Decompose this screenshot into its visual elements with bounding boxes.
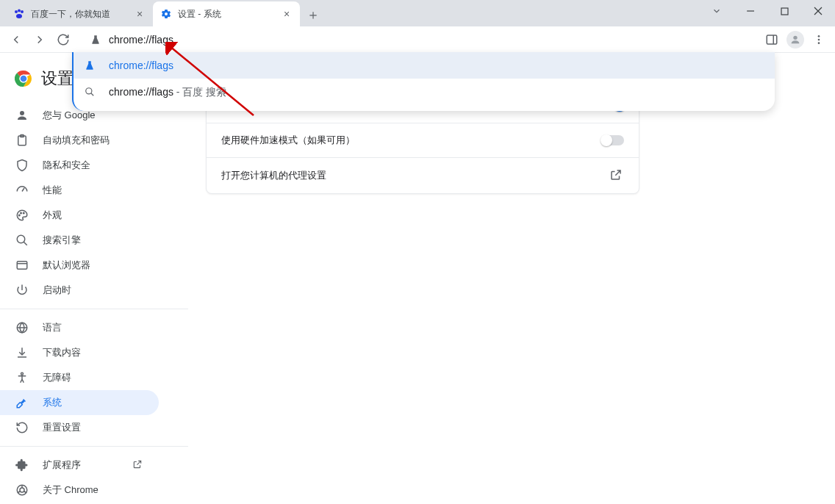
svg-line-15 bbox=[91, 93, 94, 96]
nav-label: 默认浏览器 bbox=[43, 259, 90, 272]
nav-accessibility[interactable]: 无障碍 bbox=[0, 365, 159, 390]
svg-point-25 bbox=[19, 215, 21, 216]
nav-label: 重置设置 bbox=[43, 421, 81, 434]
toggle-hardware-accel[interactable] bbox=[602, 135, 624, 145]
settings-main: 系统 关闭 Google Chrome 后继续运行后台应用 使用硬件加速模式（如… bbox=[188, 53, 835, 504]
wrench-icon bbox=[15, 395, 29, 410]
svg-point-1 bbox=[18, 10, 21, 12]
clipboard-icon bbox=[15, 133, 29, 148]
profile-button[interactable] bbox=[785, 29, 806, 50]
window-controls bbox=[700, 0, 835, 22]
divider bbox=[0, 446, 188, 447]
nav-label: 搜索引擎 bbox=[43, 234, 81, 247]
svg-point-0 bbox=[15, 10, 18, 13]
browser-icon bbox=[15, 258, 29, 273]
nav-label: 隐私和安全 bbox=[43, 159, 90, 172]
nav-label: 关于 Chrome bbox=[43, 483, 98, 497]
svg-point-2 bbox=[21, 10, 24, 13]
speedometer-icon bbox=[15, 183, 29, 198]
settings-title: 设置 bbox=[41, 68, 74, 90]
tab-baidu[interactable]: 百度一下，你就知道 × bbox=[6, 1, 153, 26]
row-label: 打开您计算机的代理设置 bbox=[221, 169, 326, 182]
svg-line-29 bbox=[24, 242, 27, 245]
suggestion-search[interactable]: chrome://flags - 百度 搜索 bbox=[74, 79, 775, 105]
svg-point-28 bbox=[17, 235, 25, 243]
svg-point-20 bbox=[21, 76, 27, 82]
nav-label: 语言 bbox=[43, 321, 62, 334]
nav-list: 您与 Google 自动填充和密码 隐私和安全 性能 外观 搜索引擎 默认浏览器… bbox=[0, 103, 188, 504]
menu-button[interactable] bbox=[809, 29, 829, 50]
flask-icon bbox=[84, 60, 96, 71]
nav-autofill[interactable]: 自动填充和密码 bbox=[0, 128, 159, 153]
svg-point-13 bbox=[818, 42, 820, 44]
nav-on-startup[interactable]: 启动时 bbox=[0, 278, 159, 303]
nav-label: 自动填充和密码 bbox=[43, 134, 110, 147]
nav-label: 系统 bbox=[43, 396, 62, 409]
settings-sidebar: 设置 您与 Google 自动填充和密码 隐私和安全 性能 外观 搜索引擎 默认… bbox=[0, 53, 188, 504]
suggestion-text: chrome://flags bbox=[109, 86, 173, 98]
nav-appearance[interactable]: 外观 bbox=[0, 203, 159, 228]
close-window-button[interactable] bbox=[801, 0, 835, 22]
tab-settings[interactable]: 设置 - 系统 × bbox=[153, 1, 300, 26]
svg-point-36 bbox=[21, 372, 24, 375]
chrome-logo-icon bbox=[15, 70, 32, 87]
nav-label: 扩展程序 bbox=[43, 458, 81, 472]
nav-reset[interactable]: 重置设置 bbox=[0, 415, 159, 440]
close-icon[interactable]: × bbox=[281, 8, 293, 20]
nav-languages[interactable]: 语言 bbox=[0, 315, 159, 340]
globe-icon bbox=[15, 320, 29, 335]
svg-line-41 bbox=[24, 492, 26, 493]
restore-icon bbox=[15, 420, 29, 435]
minimize-button[interactable] bbox=[734, 0, 767, 22]
svg-point-3 bbox=[16, 14, 22, 18]
avatar-icon bbox=[786, 31, 804, 48]
chrome-outline-icon bbox=[15, 483, 29, 497]
svg-line-24 bbox=[22, 188, 24, 192]
suggestion-extra: - 百度 搜索 bbox=[173, 86, 226, 98]
reload-button[interactable] bbox=[53, 29, 74, 50]
address-input[interactable] bbox=[109, 34, 745, 46]
baidu-paw-icon bbox=[13, 8, 25, 20]
page-content: 设置 您与 Google 自动填充和密码 隐私和安全 性能 外观 搜索引擎 默认… bbox=[0, 53, 835, 504]
accessibility-icon bbox=[15, 370, 29, 385]
titlebar: 百度一下，你就知道 × 设置 - 系统 × ＋ bbox=[0, 0, 835, 26]
external-link-icon bbox=[609, 168, 624, 183]
nav-system[interactable]: 系统 bbox=[0, 390, 159, 415]
svg-point-14 bbox=[86, 88, 92, 94]
omnibox[interactable] bbox=[81, 29, 754, 50]
nav-label: 性能 bbox=[43, 184, 62, 197]
svg-point-11 bbox=[818, 35, 820, 37]
nav-search-engine[interactable]: 搜索引擎 bbox=[0, 228, 159, 253]
external-link-icon bbox=[132, 459, 144, 471]
extension-icon bbox=[15, 458, 29, 472]
svg-point-12 bbox=[818, 38, 820, 40]
suggestion-flags[interactable]: chrome://flags bbox=[74, 52, 775, 79]
svg-point-27 bbox=[24, 212, 25, 214]
gear-icon bbox=[160, 8, 172, 20]
toolbar bbox=[0, 26, 835, 53]
svg-point-26 bbox=[21, 212, 22, 214]
person-icon bbox=[15, 108, 29, 123]
svg-point-21 bbox=[20, 111, 24, 115]
row-proxy[interactable]: 打开您计算机的代理设置 bbox=[207, 157, 639, 193]
nav-downloads[interactable]: 下载内容 bbox=[0, 340, 159, 365]
new-tab-button[interactable]: ＋ bbox=[303, 4, 323, 25]
chevron-down-icon[interactable] bbox=[700, 0, 734, 22]
maximize-button[interactable] bbox=[767, 0, 801, 22]
power-icon bbox=[15, 283, 29, 298]
nav-privacy[interactable]: 隐私和安全 bbox=[0, 153, 159, 178]
flask-icon bbox=[90, 34, 101, 46]
nav-default-browser[interactable]: 默认浏览器 bbox=[0, 253, 159, 278]
nav-extensions[interactable]: 扩展程序 bbox=[0, 453, 159, 478]
svg-line-40 bbox=[18, 492, 21, 493]
nav-performance[interactable]: 性能 bbox=[0, 178, 159, 203]
tab-title: 百度一下，你就知道 bbox=[31, 8, 128, 21]
close-icon[interactable]: × bbox=[134, 8, 146, 20]
side-panel-icon[interactable] bbox=[761, 29, 782, 50]
svg-point-10 bbox=[793, 35, 797, 39]
nav-about[interactable]: 关于 Chrome bbox=[0, 478, 159, 503]
svg-rect-8 bbox=[767, 35, 777, 44]
forward-button[interactable] bbox=[29, 29, 50, 50]
back-button[interactable] bbox=[6, 29, 26, 50]
shield-icon bbox=[15, 158, 29, 173]
